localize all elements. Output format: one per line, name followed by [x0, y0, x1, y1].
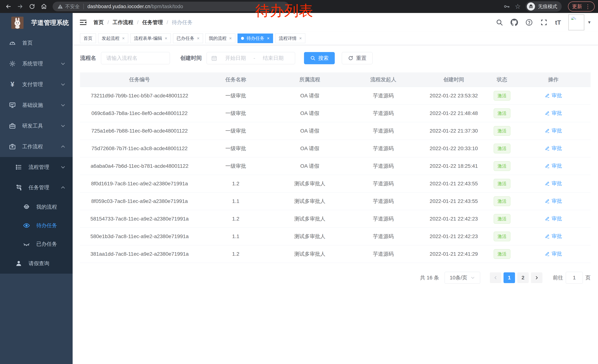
sidebar-item-payment[interactable]: ¥ 支付管理	[0, 74, 73, 95]
address-bar[interactable]: 不安全 dashboard.yudao.iocoder.cn/bpm/task/…	[53, 2, 289, 11]
approve-link[interactable]: 审批	[545, 233, 562, 240]
cell-starter: 芋道源码	[347, 157, 419, 175]
avatar-caret-down-icon[interactable]: ▼	[587, 20, 591, 25]
tab-todo-tasks[interactable]: 待办任务 ×	[238, 33, 273, 43]
tab-done-tasks[interactable]: 已办任务 ×	[173, 33, 203, 43]
sidebar-item-infrastructure[interactable]: 基础设施	[0, 95, 73, 115]
approve-link[interactable]: 审批	[545, 92, 562, 99]
browser-forward-button[interactable]	[15, 1, 25, 11]
tab-start-process[interactable]: 发起流程 ×	[98, 33, 128, 43]
status-badge: 激活	[494, 126, 510, 136]
sidebar-item-dev-tools[interactable]: 研发工具	[0, 115, 73, 136]
tab-label: 已办任务	[176, 35, 194, 41]
process-name-input[interactable]	[101, 52, 170, 64]
edit-pen-icon	[545, 198, 550, 204]
close-tab-icon[interactable]: ×	[122, 36, 125, 40]
sidebar-item-my-process[interactable]: 我的流程	[0, 198, 73, 216]
search-button[interactable]: 搜索	[304, 52, 335, 64]
sidebar-item-label: 待办任务	[36, 222, 57, 229]
tab-label: 流程表单-编辑	[134, 35, 162, 41]
approve-link[interactable]: 审批	[545, 250, 562, 257]
browser-back-button[interactable]	[3, 1, 13, 11]
prev-page-button[interactable]	[490, 272, 501, 283]
search-button-label: 搜索	[318, 55, 329, 62]
status-badge: 激活	[494, 161, 510, 171]
cell-create-time: 2022-01-21 22:43:55	[420, 175, 488, 192]
people-face-icon	[23, 203, 30, 210]
end-date-placeholder[interactable]: 结束日期	[256, 55, 291, 62]
person-icon	[15, 260, 22, 267]
yen-icon: ¥	[9, 81, 16, 88]
approve-link[interactable]: 审批	[545, 145, 562, 152]
next-page-button[interactable]	[531, 272, 542, 283]
edit-pen-icon	[545, 163, 550, 169]
cell-task-name: 一级审批	[199, 140, 273, 157]
breadcrumb-item[interactable]: 任务管理	[142, 19, 163, 26]
edit-pen-icon	[545, 111, 550, 116]
tab-label: 首页	[83, 35, 92, 41]
approve-link[interactable]: 审批	[545, 162, 562, 170]
sidebar-fold-toggle-icon[interactable]	[79, 18, 87, 26]
create-time-label: 创建时间	[180, 54, 202, 62]
sidebar-item-workflow[interactable]: 工作流程	[0, 136, 73, 157]
close-tab-icon[interactable]: ×	[267, 36, 270, 40]
goto-page-input[interactable]	[566, 272, 583, 284]
approve-link[interactable]: 审批	[545, 180, 562, 187]
app-logo-row[interactable]: 芋道管理系统	[0, 13, 73, 32]
approve-link[interactable]: 审批	[545, 215, 562, 222]
column-header-task-id: 任务编号	[80, 73, 199, 87]
close-tab-icon[interactable]: ×	[229, 36, 232, 40]
cell-process: OA 请假	[273, 105, 347, 122]
search-icon[interactable]	[496, 19, 503, 26]
browser-menu-kebab-icon[interactable]: ⋮	[585, 3, 590, 10]
date-range-picker[interactable]: 开始日期 - 结束日期	[207, 52, 295, 64]
sidebar-item-done-tasks[interactable]: 已办任务	[0, 235, 73, 253]
password-key-icon[interactable]	[503, 3, 510, 10]
approve-link[interactable]: 审批	[545, 110, 562, 117]
browser-update-button[interactable]: 更新 ⋮	[568, 1, 595, 11]
page-button-2[interactable]: 2	[517, 272, 529, 283]
page-size-select[interactable]: 10条/页	[445, 272, 480, 284]
github-icon[interactable]	[511, 19, 518, 26]
approve-link[interactable]: 审批	[545, 127, 562, 134]
cell-task-name: 1.1	[199, 192, 273, 210]
tab-my-process[interactable]: 我的流程 ×	[205, 33, 235, 43]
cell-create-time: 2022-01-21 22:42:23	[420, 227, 488, 245]
font-size-icon[interactable]: tT	[555, 19, 561, 26]
goto-label: 前往	[553, 274, 563, 281]
close-tab-icon[interactable]: ×	[165, 36, 167, 40]
sidebar-item-home[interactable]: 首页	[0, 32, 73, 53]
breadcrumb-item[interactable]: 工作流程	[113, 19, 133, 26]
sidebar-item-process-mgmt[interactable]: 流程管理	[0, 157, 73, 177]
tab-home[interactable]: 首页	[80, 33, 96, 43]
incognito-badge: 无痕模式	[526, 1, 562, 12]
breadcrumb-item[interactable]: 首页	[93, 19, 104, 26]
sidebar-item-leave-query[interactable]: 请假查询	[0, 253, 73, 274]
sidebar-item-system[interactable]: 系统管理	[0, 53, 73, 74]
chevron-down-icon	[60, 82, 66, 87]
sidebar-item-todo-tasks[interactable]: 待办任务	[0, 216, 73, 235]
start-date-placeholder[interactable]: 开始日期	[218, 55, 253, 62]
page-button-1[interactable]: 1	[504, 272, 515, 283]
filter-form: 流程名 创建时间 开始日期 - 结束日期 搜索	[80, 52, 590, 64]
tab-process-form-edit[interactable]: 流程表单-编辑 ×	[130, 33, 171, 43]
close-tab-icon[interactable]: ×	[299, 36, 302, 40]
chevron-down-icon	[471, 275, 475, 280]
chevron-up-icon	[60, 144, 66, 149]
column-header-status: 状态	[488, 73, 516, 87]
help-question-icon[interactable]	[525, 19, 533, 26]
approve-link[interactable]: 审批	[545, 198, 562, 205]
sidebar-item-task-mgmt[interactable]: 任务管理	[0, 177, 73, 198]
table-row: 580e1b3d-7ac8-11ec-a9e2-a2380e71991a 1.1…	[80, 227, 590, 245]
cell-process: 测试多审批人	[273, 192, 347, 210]
bookmark-star-icon[interactable]: ☆	[515, 3, 521, 10]
avatar-broken-image[interactable]	[568, 15, 584, 30]
browser-reload-button[interactable]	[27, 1, 37, 11]
cell-task-id: 73211d9d-7b9b-11ec-b5b7-acde48001122	[80, 87, 199, 105]
reset-button[interactable]: 重置	[342, 52, 373, 64]
tab-label: 发起流程	[102, 35, 119, 41]
close-tab-icon[interactable]: ×	[197, 36, 199, 40]
tab-process-detail[interactable]: 流程详情 ×	[275, 33, 305, 43]
browser-home-button[interactable]	[39, 1, 49, 11]
fullscreen-icon[interactable]	[540, 19, 548, 26]
